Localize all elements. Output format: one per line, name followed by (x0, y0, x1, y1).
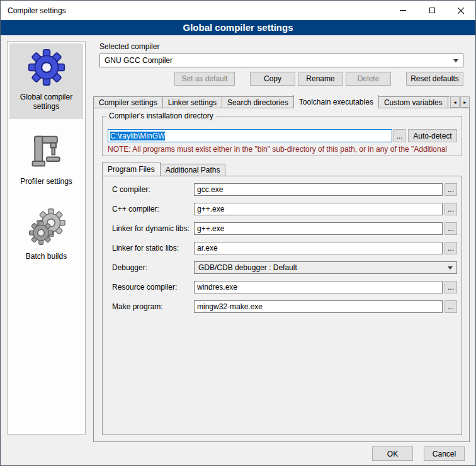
tab-scroll-right-button[interactable]: ► (460, 96, 470, 108)
tab-scroll-arrows: ◄ ► (450, 96, 470, 108)
field-label: C compiler: (112, 185, 150, 194)
rename-button[interactable]: Rename (298, 72, 343, 86)
window-title: Compiler settings (8, 6, 66, 15)
close-button[interactable] (446, 1, 475, 20)
program-files-panel: C compiler: ... C++ compiler: ... Linker… (102, 176, 462, 435)
sidebar-item-label: Global compiler settings (11, 93, 82, 111)
field-row-cpp-compiler: C++ compiler: ... (103, 203, 462, 216)
tab-scroll-left-button[interactable]: ◄ (450, 96, 460, 108)
set-as-default-button[interactable]: Set as default (174, 72, 235, 86)
field-row-resource-compiler: Resource compiler: ... (103, 281, 462, 294)
browse-button[interactable]: ... (445, 183, 457, 196)
autodetect-button[interactable]: Auto-detect (408, 129, 457, 142)
compiler-select[interactable]: GNU GCC Compiler (99, 54, 463, 67)
chevron-down-icon (453, 59, 458, 62)
toolchain-executables-panel: Compiler's installation directory C:\ray… (93, 108, 470, 442)
field-row-c-compiler: C compiler: ... (103, 183, 462, 196)
field-label: Make program: (112, 302, 163, 311)
browse-button[interactable]: ... (445, 281, 457, 293)
page-title: Global compiler settings (1, 20, 475, 35)
cpp-compiler-input[interactable] (194, 203, 443, 215)
delete-button[interactable]: Delete (346, 72, 391, 86)
cancel-button[interactable]: Cancel (424, 446, 465, 461)
browse-button[interactable]: ... (445, 203, 457, 215)
linker-static-input[interactable] (194, 242, 443, 254)
ok-button[interactable]: OK (372, 446, 413, 461)
sidebar-item-label: Profiler settings (20, 177, 72, 186)
close-icon (458, 8, 464, 14)
debugger-select-value: GDB/CDB debugger : Default (198, 263, 297, 272)
field-row-make-program: Make program: ... (103, 300, 462, 314)
gray-gears-icon (28, 208, 65, 246)
tab-build-truncated[interactable]: Buil (448, 96, 450, 108)
copy-button[interactable]: Copy (250, 72, 295, 86)
install-dir-selected-text: C:\raylib\MinGW (110, 132, 165, 140)
sidebar-item-batch-builds[interactable]: Batch builds (9, 203, 83, 269)
install-dir-group: Compiler's installation directory C:\ray… (102, 116, 462, 156)
profiler-clamp-icon (28, 133, 65, 171)
field-label: Debugger: (112, 263, 147, 272)
linker-dynamic-input[interactable] (194, 222, 443, 235)
sidebar-item-label: Batch builds (26, 252, 67, 261)
reset-defaults-button[interactable]: Reset defaults (406, 72, 463, 86)
sidebar-item-global-compiler-settings[interactable]: Global compiler settings (9, 43, 83, 119)
field-row-debugger: Debugger: GDB/CDB debugger : Default (103, 261, 462, 275)
tab-search-directories[interactable]: Search directories (222, 96, 294, 108)
settings-sidebar: Global compiler settings Profiler settin… (7, 41, 86, 435)
make-program-input[interactable] (194, 300, 443, 313)
compiler-select-value: GNU GCC Compiler (105, 56, 173, 65)
maximize-button[interactable] (417, 1, 446, 20)
maximize-icon (429, 8, 435, 13)
browse-button[interactable]: ... (445, 242, 457, 254)
debugger-select[interactable]: GDB/CDB debugger : Default (194, 261, 457, 274)
minimize-button[interactable] (388, 1, 417, 20)
tab-linker-settings[interactable]: Linker settings (162, 96, 222, 108)
main-tabs: Compiler settings Linker settings Search… (93, 95, 450, 108)
field-label: Linker for static libs: (112, 244, 179, 253)
c-compiler-input[interactable] (194, 183, 443, 196)
install-dir-input[interactable]: C:\raylib\MinGW (108, 129, 392, 142)
field-label: C++ compiler: (112, 205, 159, 213)
blue-gear-icon (28, 48, 65, 86)
subtab-additional-paths[interactable]: Additional Paths (160, 164, 226, 176)
minimize-icon (400, 10, 406, 11)
tab-toolchain-executables[interactable]: Toolchain executables (293, 95, 379, 108)
note-text: NOTE: All programs must exist either in … (108, 145, 459, 154)
browse-button[interactable]: ... (445, 222, 457, 235)
titlebar: Compiler settings (1, 1, 475, 20)
selected-compiler-label: Selected compiler (99, 42, 159, 51)
sidebar-item-profiler-settings[interactable]: Profiler settings (9, 128, 83, 194)
compiler-settings-window: Compiler settings Global compiler settin… (0, 0, 476, 466)
field-row-linker-static: Linker for static libs: ... (103, 242, 462, 255)
window-controls (388, 1, 475, 20)
toolchain-subtabs: Program Files Additional Paths (102, 162, 225, 176)
field-row-linker-dynamic: Linker for dynamic libs: ... (103, 222, 462, 236)
resource-compiler-input[interactable] (194, 281, 443, 293)
field-label: Resource compiler: (112, 283, 177, 292)
browse-button[interactable]: ... (445, 300, 457, 313)
tab-custom-variables[interactable]: Custom variables (378, 96, 448, 108)
tab-compiler-settings[interactable]: Compiler settings (93, 96, 163, 108)
install-dir-group-title: Compiler's installation directory (106, 111, 216, 120)
subtab-program-files[interactable]: Program Files (102, 162, 161, 176)
chevron-down-icon (448, 266, 453, 270)
install-dir-browse-button[interactable]: ... (394, 129, 405, 142)
field-label: Linker for dynamic libs: (112, 224, 190, 233)
